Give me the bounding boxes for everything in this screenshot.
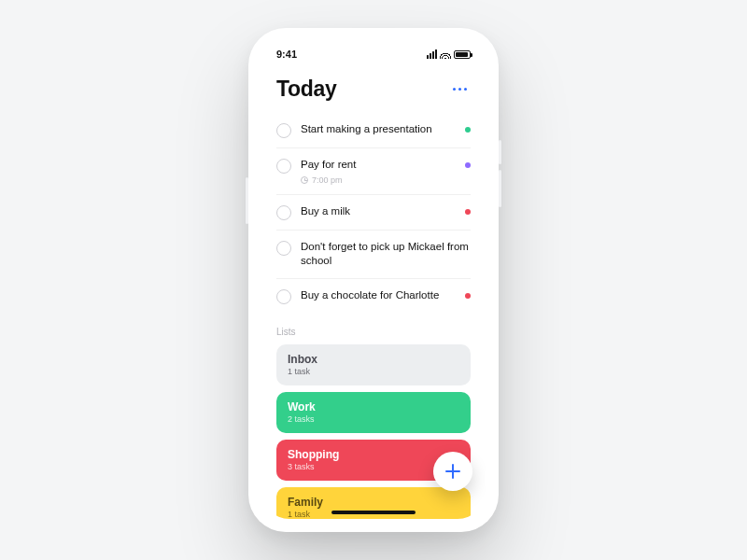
task-checkbox[interactable]	[276, 159, 291, 174]
task-tag-dot	[465, 162, 471, 168]
stage: 9:41 Today Start making a presentationPa…	[0, 0, 747, 560]
task-row[interactable]: Pay for rent7:00 pm	[276, 148, 471, 195]
side-button	[499, 140, 501, 164]
phone-frame: 9:41 Today Start making a presentationPa…	[248, 28, 499, 532]
task-body: Buy a milk	[301, 204, 456, 219]
task-title: Don't forget to pick up Mickael from sch…	[301, 240, 471, 269]
task-row[interactable]: Don't forget to pick up Mickael from sch…	[276, 231, 471, 279]
list-count: 2 tasks	[288, 414, 459, 424]
task-time: 7:00 pm	[312, 175, 343, 185]
list-name: Inbox	[288, 353, 459, 366]
more-button[interactable]	[448, 80, 471, 99]
page-title: Today	[276, 77, 337, 102]
task-time-meta: 7:00 pm	[301, 175, 456, 185]
battery-icon	[454, 50, 471, 59]
task-body: Pay for rent7:00 pm	[301, 158, 456, 185]
list-card[interactable]: Inbox1 task	[276, 344, 471, 385]
side-button	[499, 170, 501, 207]
task-title: Pay for rent	[301, 158, 456, 173]
status-icons	[427, 49, 471, 59]
task-tag-dot	[465, 127, 471, 133]
task-checkbox[interactable]	[276, 241, 291, 256]
list-name: Family	[288, 496, 459, 509]
plus-icon	[445, 464, 460, 479]
side-button	[246, 177, 248, 224]
lists-section-label: Lists	[276, 314, 471, 344]
list-card[interactable]: Work2 tasks	[276, 392, 471, 433]
screen: 9:41 Today Start making a presentationPa…	[261, 41, 486, 519]
list-name: Work	[288, 400, 459, 413]
list-count: 1 task	[288, 367, 459, 376]
add-button[interactable]	[433, 452, 472, 491]
task-checkbox[interactable]	[276, 289, 291, 304]
task-row[interactable]: Buy a milk	[276, 195, 471, 231]
status-time: 9:41	[276, 49, 297, 60]
header: Today	[276, 67, 471, 113]
clock-icon	[301, 176, 308, 184]
task-list: Start making a presentationPay for rent7…	[276, 113, 471, 314]
notch	[322, 41, 425, 60]
lists-container: Inbox1 taskWork2 tasksShopping3 tasksFam…	[276, 344, 471, 519]
task-row[interactable]: Buy a chocolate for Charlotte	[276, 279, 471, 314]
task-body: Start making a presentation	[301, 122, 456, 137]
signal-icon	[427, 49, 437, 59]
content: Today Start making a presentationPay for…	[261, 67, 486, 519]
more-icon	[453, 88, 467, 91]
task-body: Buy a chocolate for Charlotte	[301, 288, 456, 303]
list-name: Shopping	[288, 448, 459, 461]
task-checkbox[interactable]	[276, 205, 291, 220]
task-title: Start making a presentation	[301, 122, 456, 137]
task-tag-dot	[465, 293, 471, 299]
home-indicator	[331, 511, 416, 514]
task-tag-dot	[465, 209, 471, 215]
task-body: Don't forget to pick up Mickael from sch…	[301, 240, 471, 269]
task-row[interactable]: Start making a presentation	[276, 113, 471, 148]
wifi-icon	[440, 50, 451, 59]
task-title: Buy a milk	[301, 204, 456, 219]
task-checkbox[interactable]	[276, 123, 291, 138]
task-title: Buy a chocolate for Charlotte	[301, 288, 456, 303]
